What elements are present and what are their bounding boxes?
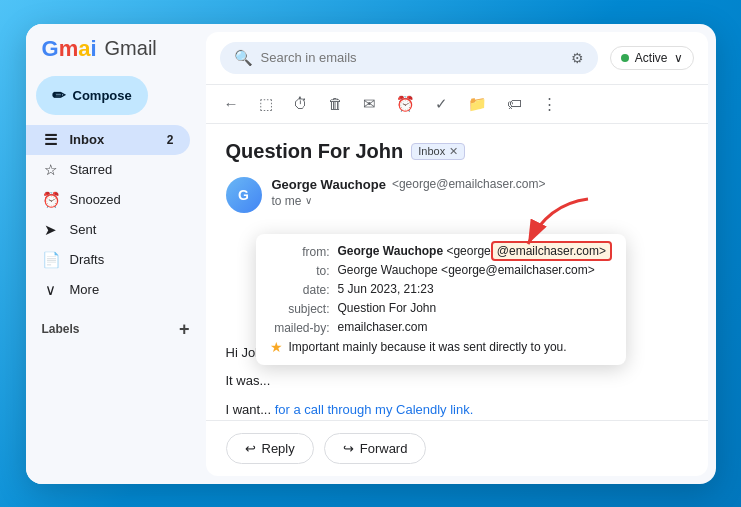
popup-mailed-row: mailed-by: emailchaser.com [270, 320, 613, 335]
folder-button[interactable]: 📁 [464, 91, 491, 117]
gmail-logo: Gmai Gmail [26, 36, 206, 76]
drafts-label: Drafts [70, 252, 105, 267]
sender-name: George Wauchope [272, 177, 386, 192]
avatar: G [226, 177, 262, 213]
popup-mailed-label: mailed-by: [270, 320, 330, 335]
sidebar-item-sent[interactable]: ➤ Sent [26, 215, 190, 245]
email-toolbar: ← ⬚ ⏱ 🗑 ✉ ⏰ ✓ 📁 🏷 ⋮ [206, 85, 708, 124]
popup-important-text: Important mainly because it was sent dir… [289, 340, 613, 354]
snoozed-label: Snoozed [70, 192, 121, 207]
action-row: ↩ Reply ↪ Forward [206, 420, 708, 476]
check-button[interactable]: ✓ [431, 91, 452, 117]
sender-name-row: George Wauchope <george@emailchaser.com> [272, 177, 688, 192]
active-label: Active [635, 51, 668, 65]
popup-date-value: 5 Jun 2023, 21:23 [338, 282, 613, 296]
sender-row: G George Wauchope <george@emailchaser.co… [226, 177, 688, 213]
app-window: Gmai Gmail ✏ Compose ☰ Inbox 2 ☆ Starred… [26, 24, 716, 484]
clock-button[interactable]: ⏰ [392, 91, 419, 117]
filter-icon[interactable]: ⚙ [571, 50, 584, 66]
sent-icon: ➤ [42, 221, 60, 239]
popup-to-row: to: George Wauchope <george@emailchaser.… [270, 263, 613, 278]
email-content: Question For John Inbox ✕ G George Wauch… [206, 124, 708, 420]
add-label-button[interactable]: + [179, 319, 190, 340]
inbox-icon: ☰ [42, 131, 60, 149]
inbox-label: Inbox [70, 132, 105, 147]
drafts-icon: 📄 [42, 251, 60, 269]
calendly-link[interactable]: for a call through my Calendly link. [275, 402, 474, 417]
body-line-3: I want... for a call through my Calendly… [226, 400, 688, 419]
forward-icon: ↪ [343, 441, 354, 456]
to-me-row: to me ∨ [272, 194, 688, 208]
reply-label: Reply [262, 441, 295, 456]
sender-info: George Wauchope <george@emailchaser.com>… [272, 177, 688, 208]
popup-to-value: George Wauchope <george@emailchaser.com> [338, 263, 613, 277]
snooze-icon: ⏰ [42, 191, 60, 209]
popup-subject-row: subject: Question For John [270, 301, 613, 316]
more-options-button[interactable]: ⋮ [538, 91, 561, 117]
popup-date-label: date: [270, 282, 330, 297]
inbox-badge: 2 [156, 133, 174, 147]
search-icon: 🔍 [234, 49, 253, 67]
popup-subject-value: Question For John [338, 301, 613, 315]
popup-to-label: to: [270, 263, 330, 278]
popup-mailed-value: emailchaser.com [338, 320, 613, 334]
popup-important-row: ★ Important mainly because it was sent d… [270, 339, 613, 355]
sent-label: Sent [70, 222, 97, 237]
archive-button[interactable]: ⬚ [255, 91, 277, 117]
starred-label: Starred [70, 162, 113, 177]
active-chevron[interactable]: ∨ [674, 51, 683, 65]
search-box[interactable]: 🔍 ⚙ [220, 42, 598, 74]
body-line-2: It was... [226, 371, 688, 392]
edit-icon: ✏ [52, 86, 65, 105]
sidebar-item-drafts[interactable]: 📄 Drafts [26, 245, 190, 275]
sidebar: Gmai Gmail ✏ Compose ☰ Inbox 2 ☆ Starred… [26, 24, 206, 484]
active-dot [621, 54, 629, 62]
popup-from-label: from: [270, 244, 330, 259]
reply-button[interactable]: ↩ Reply [226, 433, 314, 464]
email-subject: Question For John [226, 140, 404, 163]
more-label: More [70, 282, 100, 297]
main-panel: 🔍 ⚙ Active ∨ ← ⬚ ⏱ 🗑 ✉ ⏰ ✓ 📁 🏷 ⋮ [206, 32, 708, 476]
subject-row: Question For John Inbox ✕ [226, 140, 688, 163]
inbox-tag-close[interactable]: ✕ [449, 145, 458, 158]
label-button[interactable]: 🏷 [503, 91, 526, 116]
to-me-label: to me [272, 194, 302, 208]
sender-email: <george@emailchaser.com> [392, 177, 546, 191]
sidebar-item-starred[interactable]: ☆ Starred [26, 155, 190, 185]
forward-label: Forward [360, 441, 408, 456]
compose-button[interactable]: ✏ Compose [36, 76, 148, 115]
gmail-label: Gmail [105, 37, 157, 60]
snooze-button[interactable]: ⏱ [289, 91, 312, 116]
popup-from-name: George Wauchope [338, 244, 444, 258]
to-me-chevron[interactable]: ∨ [305, 195, 312, 206]
labels-heading: Labels [42, 322, 80, 336]
sidebar-item-more[interactable]: ∨ More [26, 275, 190, 305]
active-status: Active ∨ [610, 46, 694, 70]
popup-subject-label: subject: [270, 301, 330, 316]
sidebar-item-snoozed[interactable]: ⏰ Snoozed [26, 185, 190, 215]
more-icon: ∨ [42, 281, 60, 299]
popup-date-row: date: 5 Jun 2023, 21:23 [270, 282, 613, 297]
gmail-m-icon: Gmai [42, 36, 97, 62]
delete-button[interactable]: 🗑 [324, 91, 347, 116]
mail-button[interactable]: ✉ [359, 91, 380, 117]
red-arrow [518, 194, 598, 258]
reply-icon: ↩ [245, 441, 256, 456]
forward-button[interactable]: ↪ Forward [324, 433, 427, 464]
sidebar-item-inbox[interactable]: ☰ Inbox 2 [26, 125, 190, 155]
inbox-tag: Inbox ✕ [411, 143, 465, 160]
search-input[interactable] [261, 50, 563, 65]
important-star-icon: ★ [270, 339, 283, 355]
top-bar: 🔍 ⚙ Active ∨ [206, 32, 708, 85]
inbox-tag-label: Inbox [418, 145, 445, 157]
back-button[interactable]: ← [220, 91, 243, 116]
star-icon: ☆ [42, 161, 60, 179]
compose-label: Compose [73, 88, 132, 103]
labels-section: Labels + [26, 305, 206, 344]
